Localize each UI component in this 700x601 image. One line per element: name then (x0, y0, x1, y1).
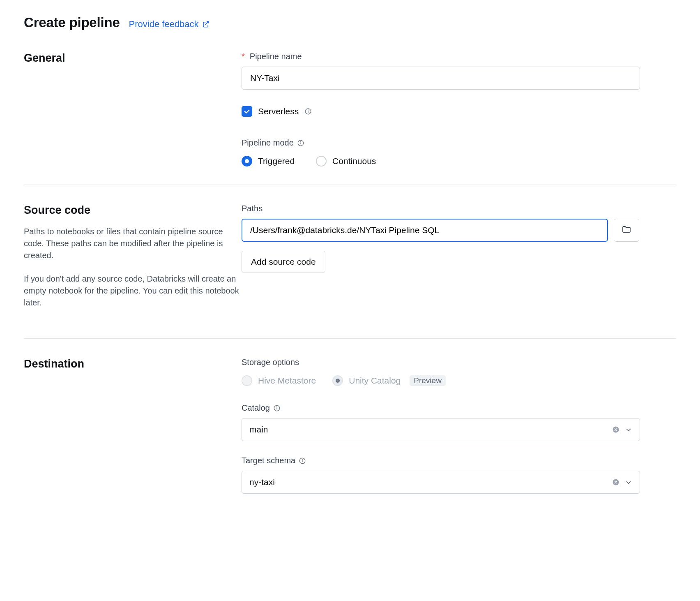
serverless-label: Serverless (258, 106, 299, 116)
storage-options-group: Hive Metastore Unity Catalog Preview (242, 375, 676, 386)
radio-icon (242, 156, 252, 166)
clear-icon[interactable] (612, 425, 620, 434)
pipeline-mode-triggered[interactable]: Triggered (242, 156, 295, 166)
required-asterisk-icon: * (242, 52, 245, 61)
info-icon[interactable] (299, 457, 306, 465)
catalog-label: Catalog (242, 403, 676, 413)
browse-folder-button[interactable] (614, 219, 639, 242)
chevron-down-icon (625, 426, 632, 433)
preview-badge: Preview (410, 375, 446, 386)
info-icon[interactable] (273, 405, 281, 412)
add-source-label: Add source code (251, 257, 316, 267)
paths-label: Paths (242, 204, 676, 213)
info-icon[interactable] (304, 108, 312, 115)
add-source-code-button[interactable]: Add source code (242, 251, 325, 273)
info-icon[interactable] (297, 139, 304, 147)
radio-label: Hive Metastore (258, 376, 316, 386)
svg-point-8 (277, 407, 277, 407)
serverless-row: Serverless (242, 106, 676, 117)
svg-point-2 (308, 110, 309, 110)
path-input[interactable] (242, 219, 608, 242)
target-schema-select[interactable]: ny-taxi (242, 471, 640, 494)
pipeline-name-input[interactable] (242, 67, 640, 90)
provide-feedback-link[interactable]: Provide feedback (129, 19, 210, 30)
storage-option-hive: Hive Metastore (242, 375, 316, 386)
pipeline-name-label: * Pipeline name (242, 52, 676, 61)
svg-point-12 (302, 459, 303, 460)
path-field[interactable] (249, 225, 600, 236)
source-code-description: Paths to notebooks or files that contain… (24, 226, 242, 309)
radio-icon (242, 375, 252, 386)
general-heading: General (24, 52, 242, 65)
provide-feedback-label: Provide feedback (129, 19, 199, 30)
serverless-checkbox[interactable] (242, 106, 252, 117)
source-desc-p2: If you don't add any source code, Databr… (24, 273, 242, 309)
storage-options-label: Storage options (242, 358, 676, 367)
chevron-down-icon (625, 478, 632, 486)
source-code-heading: Source code (24, 204, 242, 217)
radio-icon (332, 375, 343, 386)
pipeline-mode-group: Triggered Continuous (242, 156, 676, 166)
destination-heading: Destination (24, 358, 242, 370)
clear-icon[interactable] (612, 478, 620, 486)
path-row (242, 219, 676, 242)
radio-label: Unity Catalog (349, 376, 401, 386)
radio-label: Triggered (258, 156, 295, 166)
page-header: Create pipeline Provide feedback (24, 15, 676, 30)
destination-section: Destination Storage options Hive Metasto… (24, 338, 676, 498)
folder-icon (622, 224, 631, 236)
source-code-section: Source code Paths to notebooks or files … (24, 185, 676, 338)
pipeline-mode-continuous[interactable]: Continuous (316, 156, 376, 166)
create-pipeline-form: Create pipeline Provide feedback General… (0, 0, 700, 601)
source-desc-p1: Paths to notebooks or files that contain… (24, 226, 242, 261)
svg-point-5 (300, 141, 301, 142)
pipeline-name-field[interactable] (249, 73, 632, 83)
general-section: General * Pipeline name Serverless Pipel (24, 48, 676, 185)
page-title: Create pipeline (24, 15, 120, 30)
catalog-value: main (249, 425, 268, 435)
radio-label: Continuous (332, 156, 376, 166)
radio-icon (316, 156, 327, 166)
external-link-icon (202, 21, 210, 28)
storage-option-unity: Unity Catalog Preview (332, 375, 446, 386)
catalog-select[interactable]: main (242, 418, 640, 441)
target-schema-label: Target schema (242, 456, 676, 465)
pipeline-mode-label: Pipeline mode (242, 138, 676, 148)
target-schema-value: ny-taxi (249, 477, 275, 487)
